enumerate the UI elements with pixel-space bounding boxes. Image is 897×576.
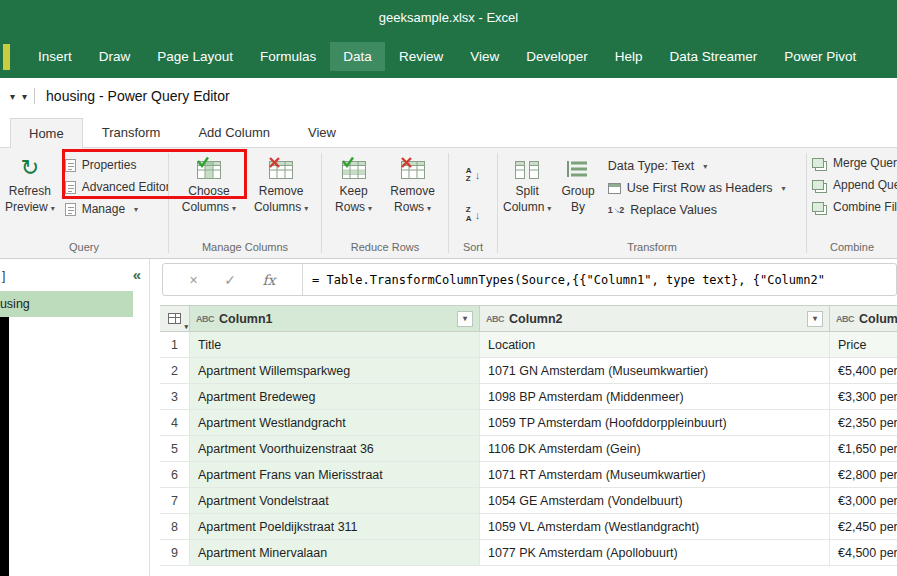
combine-files-icon	[812, 202, 824, 212]
excel-tab-formulas[interactable]: Formulas	[247, 42, 329, 71]
filter-dropdown-button[interactable]: ▾	[457, 311, 473, 327]
table-cell[interactable]: €2,450 per	[830, 514, 897, 539]
combine-files-button[interactable]: Combine Files	[807, 197, 897, 217]
commit-formula-button[interactable]: ✓	[224, 272, 236, 288]
filter-dropdown-button[interactable]: ▾	[807, 311, 823, 327]
table-cell[interactable]: €5,400 per	[830, 358, 897, 383]
row-number[interactable]: 9	[160, 540, 190, 565]
row-number[interactable]: 4	[160, 410, 190, 435]
table-cell[interactable]: 1098 BP Amsterdam (Middenmeer)	[480, 384, 830, 409]
table-cell[interactable]: Location	[480, 332, 830, 357]
properties-button[interactable]: Properties	[60, 155, 168, 175]
sort-za-icon: ZA	[466, 206, 472, 224]
table-select-all-button[interactable]: ▾	[160, 306, 190, 331]
replace-values-button[interactable]: 1↓2 Replace Values	[608, 203, 786, 217]
table-cell[interactable]: 1059 TP Amsterdam (Hoofddorppleinbuurt)	[480, 410, 830, 435]
manage-button[interactable]: Manage ▾	[60, 199, 168, 219]
pq-tab-view[interactable]: View	[289, 117, 355, 147]
combine-files-label: Combine Files	[833, 200, 897, 214]
table-body: 1TitleLocationPrice2Apartment Willemspar…	[160, 332, 897, 566]
table-cell[interactable]: Title	[190, 332, 480, 357]
excel-titlebar: geeksample.xlsx - Excel	[0, 0, 897, 35]
formula-input[interactable]: = Table.TransformColumnTypes(Source,{{"C…	[303, 264, 896, 295]
pq-tab-add-column[interactable]: Add Column	[179, 117, 289, 147]
excel-tab-draw[interactable]: Draw	[86, 42, 144, 71]
table-cell[interactable]: €3,000 per	[830, 488, 897, 513]
sort-descending-button[interactable]: ZA ↓	[461, 205, 485, 225]
group-label-reduce-rows: Reduce Rows	[322, 239, 448, 258]
ribbon-group-transform: SplitColumn▾ GroupBy Data Type: Text ▾	[498, 148, 806, 258]
table-cell[interactable]: €2,350 per	[830, 410, 897, 435]
table-cell[interactable]: Apartment Willemsparkweg	[190, 358, 480, 383]
excel-tab-page-layout[interactable]: Page Layout	[144, 42, 246, 71]
table-cell[interactable]: Apartment Bredeweg	[190, 384, 480, 409]
table-cell[interactable]: €2,800 per	[830, 462, 897, 487]
table-cell[interactable]: 1071 RT Amsterdam (Museumkwartier)	[480, 462, 830, 487]
merge-queries-button[interactable]: Merge Queries	[807, 153, 897, 173]
excel-tab-data-streamer[interactable]: Data Streamer	[657, 42, 771, 71]
group-by-button[interactable]: GroupBy	[556, 151, 599, 215]
window-menu-icon[interactable]: ▾	[10, 91, 15, 102]
ribbon-group-sort: AZ ↓ ZA ↓ Sort	[449, 148, 497, 258]
split-column-button[interactable]: SplitColumn▾	[498, 151, 556, 215]
table-cell[interactable]: Price	[830, 332, 897, 357]
table-cell[interactable]: Apartment Westlandgracht	[190, 410, 480, 435]
dropdown-caret-icon: ▾	[547, 204, 551, 213]
table-header: ▾ ABC Column1 ▾ ABC Column2 ▾ ABC Colu	[160, 305, 897, 332]
excel-tab-developer[interactable]: Developer	[513, 42, 601, 71]
row-number[interactable]: 5	[160, 436, 190, 461]
table-cell[interactable]: Apartment Frans van Mierisstraat	[190, 462, 480, 487]
row-number[interactable]: 3	[160, 384, 190, 409]
split-column-icon	[514, 155, 540, 181]
table-cell[interactable]: €4,500 per	[830, 540, 897, 565]
data-type-button[interactable]: Data Type: Text ▾	[608, 159, 786, 173]
table-cell[interactable]: Apartment Voorthuizenstraat 36	[190, 436, 480, 461]
append-queries-button[interactable]: Append Queries	[807, 175, 897, 195]
row-number[interactable]: 1	[160, 332, 190, 357]
excel-tab-help[interactable]: Help	[602, 42, 656, 71]
query-item-housing[interactable]: housing	[0, 291, 133, 317]
table-cell[interactable]: 1077 PK Amsterdam (Apollobuurt)	[480, 540, 830, 565]
advanced-editor-button[interactable]: Advanced Editor	[60, 177, 168, 197]
table-cell[interactable]: €3,300 per	[830, 384, 897, 409]
fx-button[interactable]: fx	[262, 272, 275, 288]
column-header-column1[interactable]: ABC Column1 ▾	[190, 306, 480, 331]
table-cell[interactable]: 1054 GE Amsterdam (Vondelbuurt)	[480, 488, 830, 513]
row-number[interactable]: 8	[160, 514, 190, 539]
table-cell[interactable]: 1071 GN Amsterdam (Museumkwartier)	[480, 358, 830, 383]
manage-label: Manage	[82, 202, 125, 216]
excel-tab-view[interactable]: View	[457, 42, 512, 71]
choose-columns-button[interactable]: ChooseColumns▾	[177, 151, 241, 215]
pq-tab-transform[interactable]: Transform	[83, 117, 180, 147]
pq-titlebar: ▾ ▾ housing - Power Query Editor	[0, 78, 897, 114]
table-cell[interactable]: Apartment Poeldijkstraat 311	[190, 514, 480, 539]
cancel-formula-button[interactable]: ×	[190, 272, 198, 288]
row-number[interactable]: 6	[160, 462, 190, 487]
row-number[interactable]: 2	[160, 358, 190, 383]
use-first-row-button[interactable]: Use First Row as Headers ▾	[608, 181, 786, 195]
remove-columns-button[interactable]: RemoveColumns▾	[249, 151, 313, 215]
table-cell[interactable]: Apartment Vondelstraat	[190, 488, 480, 513]
sort-ascending-button[interactable]: AZ ↓	[461, 166, 485, 186]
excel-tab-power-pivot[interactable]: Power Pivot	[771, 42, 869, 71]
excel-tab-data[interactable]: Data	[330, 42, 385, 71]
keep-rows-button[interactable]: KeepRows▾	[330, 151, 377, 215]
table-row: 9Apartment Minervalaan1077 PK Amsterdam …	[160, 540, 897, 566]
screen: geeksample.xlsx - Excel InsertDrawPage L…	[0, 0, 897, 576]
column-header-column2[interactable]: ABC Column2 ▾	[480, 306, 830, 331]
table-cell[interactable]: 1059 VL Amsterdam (Westlandgracht)	[480, 514, 830, 539]
remove-rows-button[interactable]: RemoveRows▾	[385, 151, 440, 215]
sort-az-icon: AZ	[466, 167, 472, 185]
row-number[interactable]: 7	[160, 488, 190, 513]
collapse-pane-button[interactable]: «	[133, 266, 141, 283]
table-cell[interactable]: Apartment Minervalaan	[190, 540, 480, 565]
refresh-preview-button[interactable]: ↻ RefreshPreview▾	[0, 151, 60, 215]
quick-access-caret-icon[interactable]: ▾	[22, 91, 27, 102]
column-header-column3[interactable]: ABC Column3	[830, 306, 897, 331]
pq-tab-home[interactable]: Home	[10, 118, 83, 148]
table-cell[interactable]: €1,650 per	[830, 436, 897, 461]
excel-tab-insert[interactable]: Insert	[25, 42, 85, 71]
excel-tab-review[interactable]: Review	[386, 42, 456, 71]
replace-values-icon: 1↓2	[608, 205, 625, 215]
table-cell[interactable]: 1106 DK Amsterdam (Gein)	[480, 436, 830, 461]
